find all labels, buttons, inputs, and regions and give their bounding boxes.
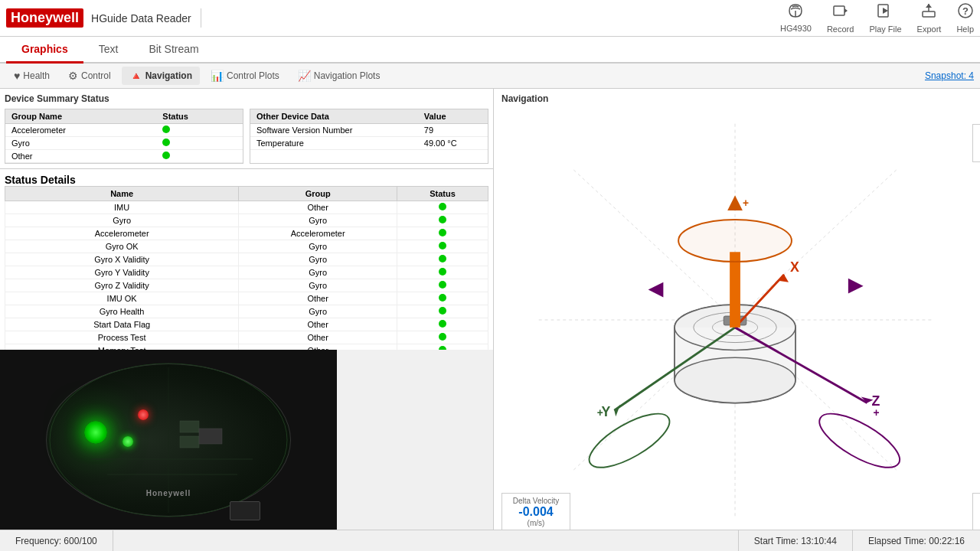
table-row: Gyro: [5, 137, 243, 150]
value-header: Value: [418, 109, 488, 124]
group-name-cell: Gyro: [5, 137, 156, 150]
status-indicator: [439, 333, 446, 341]
svg-marker-49: [727, 195, 743, 210]
status-indicator: [439, 229, 446, 236]
group-col: Group: [239, 187, 397, 201]
status-indicator: [439, 307, 446, 315]
detail-name-cell: Gyro OK: [5, 240, 239, 253]
health-label: Health: [23, 70, 50, 81]
nav-svg: X Y Z: [494, 109, 980, 530]
detail-group-cell: Gyro: [239, 214, 397, 227]
svg-rect-16: [199, 429, 222, 444]
detail-group-cell: Accelerometer: [239, 227, 397, 240]
svg-marker-4: [883, 8, 888, 14]
export-icon: [920, 2, 937, 23]
detail-group-cell: Gyro: [239, 253, 397, 266]
status-cell: [156, 150, 243, 163]
table-row: IMU OKOther: [5, 292, 488, 305]
svg-marker-2: [844, 8, 848, 13]
content: Device Summary Status Group Name Status …: [0, 89, 980, 530]
svg-point-35: [675, 357, 795, 403]
detail-name-cell: IMU OK: [5, 292, 239, 305]
sub-tab-control-plots[interactable]: 📊 Control Plots: [203, 67, 287, 85]
control-plots-label: Control Plots: [227, 70, 279, 81]
snapshot-link[interactable]: Snapshot: 4: [925, 70, 974, 81]
hg4930-icon: [786, 3, 805, 22]
detail-name-cell: Gyro Y Validity: [5, 266, 239, 279]
detail-group-cell: Gyro: [239, 305, 397, 318]
svg-text:X: X: [790, 259, 799, 275]
svg-point-56: [678, 220, 792, 262]
group-name-cell: Accelerometer: [5, 124, 156, 137]
table-row: Gyro X ValidityGyro: [5, 253, 488, 266]
play-file-label: Play File: [869, 24, 901, 34]
status-indicator: [439, 346, 446, 350]
svg-rect-14: [180, 421, 199, 432]
sub-tab-health[interactable]: ♥ Health: [6, 67, 57, 85]
detail-status-cell: [397, 201, 488, 214]
status-indicator: [439, 281, 446, 289]
summary-tables: Group Name Status Accelerometer Gyro: [5, 109, 488, 164]
detail-status-cell: [397, 227, 488, 240]
tab-graphics[interactable]: Graphics: [6, 37, 83, 64]
status-indicator: [439, 255, 446, 262]
sub-tabs: ♥ Health ⚙ Control 🔺 Navigation 📊 Contro…: [0, 64, 980, 89]
table-row: Temperature 49.00 °C: [250, 137, 488, 150]
tab-text[interactable]: Text: [83, 37, 134, 64]
detail-name-cell: Memory Test: [5, 344, 239, 350]
detail-status-cell: [397, 292, 488, 305]
name-col: Name: [5, 187, 239, 201]
svg-text:?: ?: [962, 5, 969, 17]
logo-area: Honeywell HGuide Data Reader: [6, 8, 201, 28]
record-tool[interactable]: Record: [827, 2, 854, 34]
tab-bitstream[interactable]: Bit Stream: [133, 37, 214, 64]
device-summary: Device Summary Status Group Name Status …: [0, 89, 493, 169]
status-indicator: [439, 242, 446, 249]
navigation-plots-icon: 📈: [298, 70, 311, 82]
svg-text:+: +: [873, 407, 879, 419]
svg-text:+: +: [743, 197, 749, 209]
elapsed-time-status: Elapsed Time: 00:22:16: [853, 530, 980, 551]
detail-name-cell: Gyro Z Validity: [5, 279, 239, 292]
status-indicator: [439, 294, 446, 302]
sub-tab-navigation-plots[interactable]: 📈 Navigation Plots: [290, 67, 388, 85]
play-file-tool[interactable]: Play File: [869, 2, 901, 34]
status-indicator: [162, 152, 170, 159]
help-tool[interactable]: ? Help: [956, 2, 974, 34]
status-bar: Frequency: 600/100 Start Time: 13:10:44 …: [0, 530, 980, 551]
hg4930-label: HG4930: [780, 24, 812, 33]
table-row: Other: [5, 150, 243, 163]
detail-status-cell: [397, 240, 488, 253]
control-label: Control: [81, 70, 111, 81]
empty-status: [113, 530, 739, 551]
group-name-cell: Other: [5, 150, 156, 163]
table-row: Gyro HealthGyro: [5, 305, 488, 318]
export-label: Export: [917, 24, 942, 34]
hg4930-tool[interactable]: HG4930: [780, 3, 812, 33]
detail-name-cell: Start Data Flag: [5, 318, 239, 331]
detail-group-cell: Gyro: [239, 266, 397, 279]
detail-group-cell: Other: [239, 292, 397, 305]
table-row: Accelerometer: [5, 124, 243, 137]
detail-status-cell: [397, 318, 488, 331]
table-row: Memory TestOther: [5, 344, 488, 350]
svg-marker-43: [614, 404, 620, 416]
details-table: Name Group Status IMUOtherGyroGyroAccele…: [5, 186, 488, 350]
detail-name-cell: Gyro X Validity: [5, 253, 239, 266]
detail-status-cell: [397, 344, 488, 350]
svg-point-57: [582, 403, 677, 478]
export-tool[interactable]: Export: [917, 2, 942, 34]
detail-group-cell: Other: [239, 318, 397, 331]
health-icon: ♥: [14, 70, 20, 82]
status-col: Status: [397, 187, 488, 201]
detail-name-cell: Process Test: [5, 331, 239, 344]
detail-group-cell: Gyro: [239, 240, 397, 253]
y-delta-velocity-label: Delta Velocity: [510, 497, 562, 505]
svg-rect-5: [923, 11, 935, 17]
svg-marker-50: [648, 282, 664, 298]
status-indicator: [439, 203, 446, 210]
sub-tab-navigation[interactable]: 🔺 Navigation: [122, 67, 200, 85]
sub-tab-control[interactable]: ⚙ Control: [60, 67, 119, 85]
other-data-header: Other Device Data: [250, 109, 418, 124]
y-delta-velocity-unit: (m/s): [510, 519, 562, 527]
